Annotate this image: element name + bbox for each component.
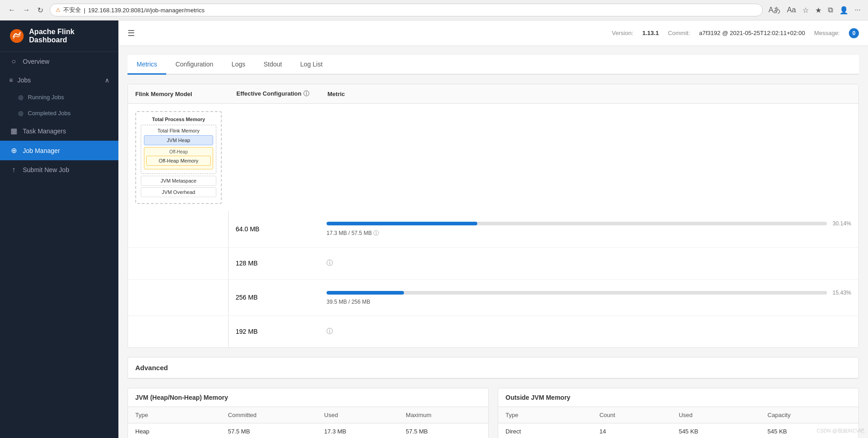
jvm-heap-pct: 30.14% (831, 220, 851, 227)
jvm-metaspace-detail: 39.5 MB / 256 MB (327, 299, 851, 305)
jvm-heap-config: 64.0 MB (228, 211, 319, 247)
jvm-overhead-metric: ⓘ (319, 316, 858, 347)
advanced-grid: JVM (Heap/Non-Heap) Memory Type Committe… (128, 388, 859, 438)
sidebar-item-completed-jobs[interactable]: ◎ Completed Jobs (0, 105, 118, 121)
tab-stdout[interactable]: Stdout (255, 55, 291, 75)
top-bar-right: Version: 1.13.1 Commit: a7f3192 @ 2021-0… (612, 28, 859, 38)
col-capacity: Capacity (760, 407, 858, 423)
tab-log-list[interactable]: Log List (291, 55, 332, 75)
version-label: Version: (612, 30, 633, 36)
watermark: CSDN @我就叫CV吧 (817, 428, 864, 434)
tab-logs[interactable]: Logs (222, 55, 254, 75)
jvm-heap-detail: 17.3 MB / 57.5 MB ⓘ (327, 229, 851, 237)
running-jobs-icon: ◎ (18, 94, 23, 101)
jvm-heap-progress-bar (327, 222, 827, 225)
sidebar-navigation: ○ Overview ≡ Jobs ∧ ◎ Running Jobs ◎ Com… (0, 52, 118, 438)
reload-button[interactable]: ↻ (35, 5, 46, 15)
version-value: 1.13.1 (643, 30, 659, 36)
main-content: Metrics Configuration Logs Stdout Log Li… (118, 46, 868, 438)
collections-icon[interactable]: ⧉ (826, 5, 835, 15)
outside-jvm-table: Type Count Used Capacity Direct 14 545 K… (498, 407, 858, 438)
sidebar-item-job-manager[interactable]: ⊕ Job Manager (0, 141, 118, 160)
more-icon[interactable]: ··· (853, 5, 863, 15)
heap-maximum: 57.5 MB (398, 423, 488, 438)
jvm-heap-info-icon[interactable]: ⓘ (373, 230, 379, 236)
commit-value: a7f3192 @ 2021-05-25T12:02:11+02:00 (699, 30, 805, 36)
diagram-total-flink: Total Flink Memory (144, 128, 213, 133)
submit-job-icon: ↑ (9, 166, 18, 174)
sidebar-item-task-managers[interactable]: ▦ Task Managers (0, 121, 118, 141)
url-separator: | (84, 7, 85, 14)
sidebar-item-label-completed-jobs: Completed Jobs (28, 110, 71, 117)
jobs-left: ≡ Jobs (9, 76, 31, 84)
heap-type: Heap (128, 423, 220, 438)
sidebar: Apache Flink Dashboard ○ Overview ≡ Jobs… (0, 20, 118, 438)
direct-type: Direct (498, 423, 592, 438)
jvm-overhead-info-icon[interactable]: ⓘ (327, 327, 333, 335)
address-bar[interactable]: ⚠ 不安全 | 192.168.139.20:8081/#/job-manage… (50, 4, 763, 16)
task-managers-icon: ▦ (9, 127, 18, 135)
col-header-metric: Metric (320, 84, 858, 104)
diagram-jvm-heap: JVM Heap (144, 135, 213, 145)
advanced-title: Advanced (128, 357, 858, 378)
message-badge: 0 (849, 28, 859, 38)
read-icon[interactable]: Aa (785, 5, 798, 15)
top-bar-left: ☰ (128, 28, 135, 38)
jvm-heap-nonheap-card: JVM (Heap/Non-Heap) Memory Type Committe… (128, 388, 489, 438)
overview-icon: ○ (9, 57, 18, 66)
top-bar: ☰ Version: 1.13.1 Commit: a7f3192 @ 2021… (118, 20, 868, 46)
offheap-config: 128 MB (228, 247, 319, 279)
memory-metrics-table: 64.0 MB 30.14% 17.3 MB / 57.5 MB ⓘ (128, 211, 858, 347)
table-row: Heap 57.5 MB 17.3 MB 57.5 MB (128, 423, 488, 438)
table-row: Direct 14 545 KB 545 KB (498, 423, 858, 438)
forward-button[interactable]: → (20, 5, 33, 15)
browser-actions: Aあ Aa ☆ ★ ⧉ 👤 ··· (766, 5, 863, 16)
sidebar-item-running-jobs[interactable]: ◎ Running Jobs (0, 89, 118, 105)
sidebar-item-label-task-managers: Task Managers (23, 127, 66, 135)
diagram-jvm-metaspace: JVM Metaspace (141, 176, 216, 186)
jvm-heap-progress-fill (327, 222, 477, 225)
jvm-heap-metric: 30.14% 17.3 MB / 57.5 MB ⓘ (319, 211, 858, 247)
sidebar-item-overview[interactable]: ○ Overview (0, 52, 118, 71)
sidebar-item-label-jobs: Jobs (17, 76, 31, 84)
chevron-up-icon: ∧ (105, 76, 109, 84)
col-committed: Committed (220, 407, 317, 423)
back-button[interactable]: ← (5, 5, 18, 15)
jvm-overhead-config: 192 MB (228, 316, 319, 347)
jobs-icon: ≡ (9, 76, 13, 84)
hamburger-button[interactable]: ☰ (128, 28, 135, 38)
sidebar-item-label-running-jobs: Running Jobs (28, 94, 64, 101)
sidebar-item-label-submit-new-job: Submit New Job (23, 166, 69, 173)
col-maximum: Maximum (398, 407, 488, 423)
sidebar-item-jobs[interactable]: ≡ Jobs ∧ (0, 71, 118, 89)
jvm-heap-nonheap-title: JVM (Heap/Non-Heap) Memory (128, 388, 488, 407)
message-count: 0 (853, 30, 856, 36)
tab-configuration[interactable]: Configuration (166, 55, 222, 75)
jvm-metaspace-progress-bar (327, 291, 827, 295)
browser-bar: ← → ↻ ⚠ 不安全 | 192.168.139.20:8081/#/job-… (0, 0, 868, 20)
sidebar-header: Apache Flink Dashboard (0, 20, 118, 52)
favorite-icon[interactable]: ★ (813, 5, 823, 15)
flink-logo (9, 28, 25, 44)
config-info-icon[interactable]: ⓘ (303, 90, 309, 97)
direct-used: 545 KB (671, 423, 760, 438)
translate-icon[interactable]: Aあ (766, 5, 782, 16)
profile-icon[interactable]: 👤 (837, 5, 850, 15)
jvm-metaspace-progress-fill (327, 291, 404, 295)
jvm-metaspace-pct: 15.43% (831, 290, 851, 296)
memory-table: Flink Memory Model Effective Configurati… (128, 84, 858, 211)
sidebar-item-submit-new-job[interactable]: ↑ Submit New Job (0, 160, 118, 179)
bookmark-star-icon[interactable]: ☆ (801, 5, 811, 15)
table-row-jvm-overhead: 192 MB ⓘ (128, 316, 858, 347)
table-row-model-diagram: Total Process Memory Total Flink Memory … (128, 104, 858, 212)
app-layout: Apache Flink Dashboard ○ Overview ≡ Jobs… (0, 20, 868, 438)
tab-metrics[interactable]: Metrics (128, 55, 166, 75)
diagram-offheap-label: Off-Heap (146, 149, 211, 154)
commit-label: Commit: (668, 30, 690, 36)
url-value: 192.168.139.20:8081/#/job-manager/metric… (88, 7, 204, 14)
url-text: 不安全 (63, 6, 81, 14)
col-type: Type (498, 407, 592, 423)
jvm-metaspace-config: 256 MB (228, 279, 319, 316)
memory-model-card: Flink Memory Model Effective Configurati… (128, 84, 859, 348)
offheap-info-icon[interactable]: ⓘ (327, 259, 333, 266)
